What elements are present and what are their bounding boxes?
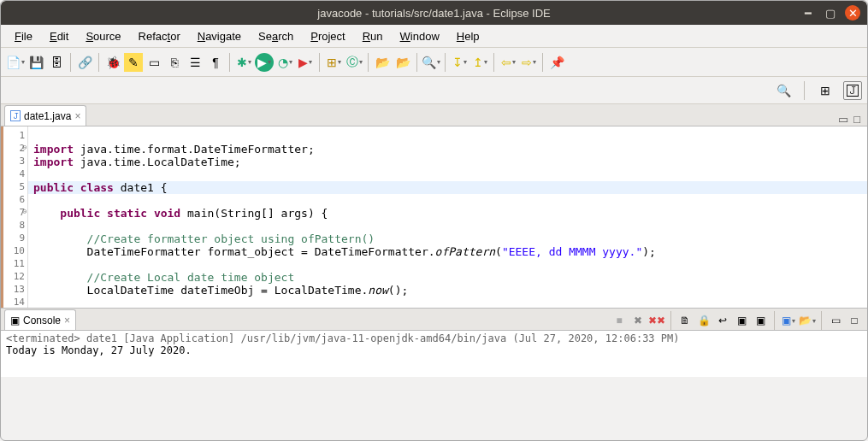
code-line: public class date1 { bbox=[28, 181, 867, 194]
word-wrap-icon[interactable]: ↩ bbox=[715, 313, 730, 328]
back-icon[interactable]: ⇦▾ bbox=[499, 53, 517, 72]
console-text: Today is Monday, 27 July 2020. bbox=[6, 344, 862, 356]
menu-bar: File Edit Source Refactor Navigate Searc… bbox=[1, 25, 867, 48]
separator bbox=[70, 53, 71, 72]
console-min-icon[interactable]: ▭ bbox=[828, 313, 843, 328]
code-line: public static void main(String[] args) { bbox=[28, 207, 867, 220]
menu-window[interactable]: Window bbox=[392, 27, 448, 45]
debug-icon[interactable]: 🐞 bbox=[103, 53, 122, 72]
editor-tab[interactable]: 🄹 date1.java × bbox=[4, 105, 86, 126]
console-tab-label: Console bbox=[23, 315, 61, 326]
separator bbox=[445, 53, 446, 72]
minimize-view-icon[interactable]: ▭ bbox=[838, 113, 848, 126]
open-type-icon[interactable]: 📂 bbox=[373, 53, 392, 72]
console-area: ▣ Console × ■ ✖ ✖✖ 🗎 🔒 ↩ ▣ ▣ ▣▾ 📂▾ ▭ □ <… bbox=[1, 308, 867, 377]
show-on-output-icon[interactable]: ▣ bbox=[734, 313, 749, 328]
code-line bbox=[28, 258, 867, 271]
menu-refactor[interactable]: Refactor bbox=[130, 27, 189, 45]
prev-annot-icon[interactable]: ↥▾ bbox=[470, 53, 489, 72]
console-tab-bar: ▣ Console × ■ ✖ ✖✖ 🗎 🔒 ↩ ▣ ▣ ▣▾ 📂▾ ▭ □ bbox=[1, 309, 867, 331]
new-package-icon[interactable]: ⊞▾ bbox=[324, 53, 343, 72]
debug-run-icon[interactable]: ✱▾ bbox=[234, 53, 253, 72]
code-body[interactable]: import java.time.format.DateTimeFormatte… bbox=[28, 126, 867, 308]
java-file-icon: 🄹 bbox=[10, 110, 21, 122]
new-class-icon[interactable]: Ⓒ▾ bbox=[345, 53, 363, 72]
new-icon[interactable]: 📄▾ bbox=[6, 53, 25, 72]
separator bbox=[319, 53, 320, 72]
code-line bbox=[28, 130, 867, 143]
console-tab-close-icon[interactable]: × bbox=[64, 315, 70, 326]
code-line: import java.time.format.DateTimeFormatte… bbox=[28, 143, 867, 156]
open-console-icon[interactable]: 📂▾ bbox=[800, 313, 815, 328]
separator bbox=[821, 311, 822, 330]
code-line bbox=[28, 220, 867, 232]
tab-label: date1.java bbox=[24, 110, 71, 122]
tab-close-icon[interactable]: × bbox=[74, 110, 80, 122]
editor-tab-bar: 🄹 date1.java × ▭ □ bbox=[1, 104, 867, 126]
menu-run[interactable]: Run bbox=[354, 27, 392, 45]
block-sel-icon[interactable]: ▭ bbox=[145, 53, 163, 72]
run-icon[interactable]: ▶▾ bbox=[255, 53, 274, 72]
menu-file[interactable]: File bbox=[6, 27, 41, 45]
search2-icon[interactable]: 🔍▾ bbox=[422, 53, 440, 72]
clear-console-icon[interactable]: 🗎 bbox=[677, 313, 693, 328]
java-perspective-icon[interactable]: 🄹 bbox=[843, 81, 862, 100]
code-line bbox=[28, 168, 867, 181]
secondary-toolbar: 🔍 ⊞ 🄹 bbox=[1, 77, 867, 104]
separator bbox=[670, 311, 671, 330]
menu-project[interactable]: Project bbox=[302, 27, 353, 45]
main-toolbar: 📄▾ 💾 🗄 🔗 🐞 ✎ ▭ ⎘ ☰ ¶ ✱▾ ▶▾ ◔▾ ▶▾ ⊞▾ Ⓒ▾ 📂… bbox=[1, 48, 867, 77]
scroll-lock-icon[interactable]: 🔒 bbox=[696, 313, 712, 328]
editor-area: 🄹 date1.java × ▭ □ 1 2⊖ 3 4 5 6 7⊖ 8 9 1… bbox=[1, 104, 867, 308]
menu-search[interactable]: Search bbox=[250, 27, 302, 45]
separator bbox=[368, 53, 369, 72]
remove-launch-icon[interactable]: ✖ bbox=[630, 313, 646, 328]
show-on-error-icon[interactable]: ▣ bbox=[753, 313, 768, 328]
separator bbox=[493, 53, 494, 72]
menu-source[interactable]: Source bbox=[77, 27, 129, 45]
console-toolbar: ■ ✖ ✖✖ 🗎 🔒 ↩ ▣ ▣ ▣▾ 📂▾ ▭ □ bbox=[611, 311, 867, 330]
code-line: //Create formatter object using ofPatter… bbox=[28, 232, 867, 245]
code-line bbox=[28, 297, 867, 308]
forward-icon[interactable]: ⇨▾ bbox=[519, 53, 538, 72]
terminate-icon[interactable]: ■ bbox=[611, 313, 627, 328]
separator bbox=[804, 81, 805, 100]
show-view-icon[interactable]: ☰ bbox=[186, 53, 204, 72]
link-icon[interactable]: 🔗 bbox=[75, 53, 94, 72]
code-line: LocalDateTime dateTimeObj = LocalDateTim… bbox=[28, 284, 867, 297]
menu-navigate[interactable]: Navigate bbox=[189, 27, 250, 45]
title-bar: javacode - tutorials/src/date1.java - Ec… bbox=[1, 1, 867, 25]
quick-access-icon[interactable]: 🔍 bbox=[774, 81, 793, 100]
open-perspective-icon[interactable]: ⊞ bbox=[816, 81, 835, 100]
menu-edit[interactable]: Edit bbox=[41, 27, 77, 45]
code-line: DateTimeFormatter format_object = DateTi… bbox=[28, 245, 867, 258]
separator bbox=[98, 53, 99, 72]
show-ws-icon[interactable]: ⎘ bbox=[165, 53, 184, 72]
window-title: javacode - tutorials/src/date1.java - Ec… bbox=[1, 7, 867, 20]
console-header: <terminated> date1 [Java Application] /u… bbox=[6, 332, 862, 344]
separator bbox=[542, 53, 543, 72]
pilcrow-icon[interactable]: ¶ bbox=[206, 53, 225, 72]
code-line bbox=[28, 194, 867, 207]
open-task-icon[interactable]: 📂 bbox=[393, 53, 412, 72]
remove-all-icon[interactable]: ✖✖ bbox=[649, 313, 664, 328]
coverage-icon[interactable]: ◔▾ bbox=[275, 53, 294, 72]
console-tab[interactable]: ▣ Console × bbox=[4, 309, 76, 330]
maximize-view-icon[interactable]: □ bbox=[853, 113, 860, 126]
code-line: import java.time.LocalDateTime; bbox=[28, 156, 867, 168]
console-output[interactable]: <terminated> date1 [Java Application] /u… bbox=[1, 331, 867, 377]
separator bbox=[774, 311, 775, 330]
console-max-icon[interactable]: □ bbox=[847, 313, 862, 328]
menu-help[interactable]: Help bbox=[448, 27, 488, 45]
line-gutter: 1 2⊖ 3 4 5 6 7⊖ 8 9 10 11 12 13 14 bbox=[1, 126, 28, 308]
pin-icon[interactable]: 📌 bbox=[547, 53, 566, 72]
toggle-mark-icon[interactable]: ✎ bbox=[124, 53, 143, 72]
save-all-icon[interactable]: 🗄 bbox=[47, 53, 66, 72]
save-icon[interactable]: 💾 bbox=[27, 53, 45, 72]
code-line: //Create Local date time object bbox=[28, 271, 867, 284]
ext-tools-icon[interactable]: ▶▾ bbox=[296, 53, 315, 72]
console-icon: ▣ bbox=[10, 315, 20, 326]
code-editor[interactable]: 1 2⊖ 3 4 5 6 7⊖ 8 9 10 11 12 13 14 impor… bbox=[1, 126, 867, 308]
display-console-icon[interactable]: ▣▾ bbox=[781, 313, 796, 328]
next-annot-icon[interactable]: ↧▾ bbox=[450, 53, 469, 72]
